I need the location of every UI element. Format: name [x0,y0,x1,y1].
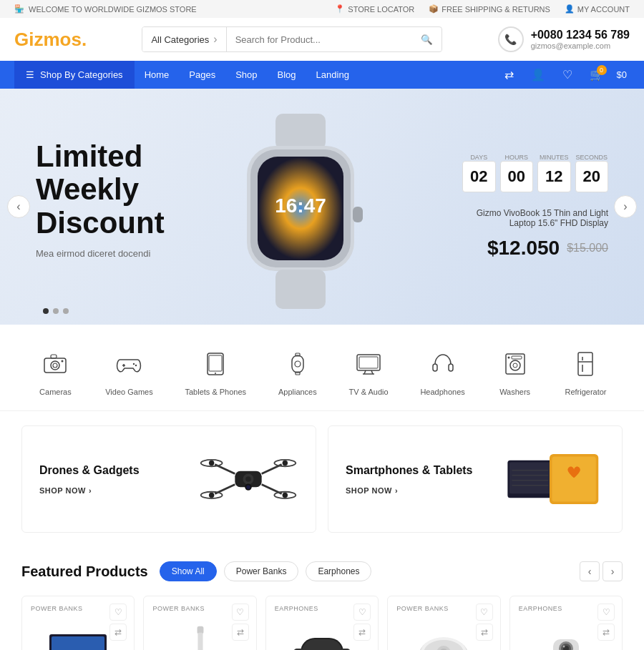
category-cameras[interactable]: Cameras [37,346,73,396]
header-search: All Categories 🔍 [142,26,442,52]
account-link[interactable]: 👤 MY ACCOUNT [565,4,630,14]
nav-blog[interactable]: Blog [268,61,306,89]
contact-email: gizmos@example.com [531,41,630,50]
hero-price-current: $12.050 [487,237,560,260]
banner-smartphones-link[interactable]: SHOP NOW [346,486,473,495]
product-card-3: EARPHONES ♡ ⇄ Retro Gaming Consol [265,596,379,650]
banner-drones: Drones & Gadgets SHOP NOW [21,425,316,533]
filter-power-banks[interactable]: Power Banks [224,561,299,581]
countdown-minutes: MINUTES 12 [537,154,570,192]
washers-label: Washers [499,388,530,396]
cart-icon[interactable]: 🛒 0 [582,62,611,87]
svg-point-19 [215,373,216,374]
nav-left: ☰ Shop By Categories Home Pages Shop Blo… [14,61,359,89]
nav-pages[interactable]: Pages [179,61,225,89]
products-grid: POWER BANKS ♡ ⇄ Smart TV Keyboard and Mo… [21,596,623,650]
hero-prev-button[interactable]: ‹ [7,195,30,218]
hero-dot-3[interactable] [63,308,69,314]
contact-phone: +0080 1234 56 789 [531,29,630,41]
nav-home[interactable]: Home [135,61,180,89]
category-appliances[interactable]: Appliances [278,346,317,396]
compare-btn-4[interactable]: ⇄ [476,624,493,641]
hero-info: DAYS 02 HOURS 00 MINUTES 12 SECONDS 20 G… [462,154,608,260]
product-actions-3: ♡ ⇄ [353,604,371,641]
svg-rect-64 [552,457,596,502]
hero-dots [43,308,69,314]
filter-earphones[interactable]: Earphones [306,561,371,581]
svg-point-9 [51,361,59,370]
product-card-5: EARPHONES ♡ ⇄ High Def [509,596,623,650]
shipping-link[interactable]: 📦 FREE SHIPPING & RETURNS [429,4,550,14]
countdown: DAYS 02 HOURS 00 MINUTES 12 SECONDS 20 [462,154,608,192]
compare-btn-3[interactable]: ⇄ [353,624,371,641]
user-icon[interactable]: 👤 [524,62,552,87]
svg-point-32 [510,360,520,370]
search-button[interactable]: 🔍 [412,29,441,51]
featured-filters: Show All Power Banks Earphones [160,561,568,581]
compare-btn-2[interactable]: ⇄ [232,624,249,641]
category-tv-audio[interactable]: TV & Audio [349,346,389,396]
store-locator-link[interactable]: 📍 STORE LOCATOR [335,4,414,14]
hero-dot-2[interactable] [53,308,59,314]
account-icon: 👤 [565,4,575,14]
menu-icon: ☰ [26,69,34,80]
wishlist-icon[interactable]: ♡ [555,62,580,87]
compare-icon[interactable]: ⇄ [497,62,521,87]
compare-btn-5[interactable]: ⇄ [597,624,615,641]
wishlist-btn-2[interactable]: ♡ [232,604,249,621]
headphones-icon [425,346,461,382]
washers-icon [497,346,533,382]
headphones-label: Headphones [420,388,464,396]
svg-rect-7 [275,270,326,309]
countdown-seconds: SECONDS 20 [575,154,608,192]
featured-prev-button[interactable]: ‹ [580,561,600,581]
svg-rect-0 [275,114,326,149]
location-icon: 📍 [335,4,345,14]
svg-rect-70 [197,633,203,650]
wishlist-btn-5[interactable]: ♡ [597,604,615,621]
videogames-label: Video Games [105,388,152,396]
nav-shop[interactable]: Shop [225,61,267,89]
contact-info: +0080 1234 56 789 gizmos@example.com [531,29,630,50]
featured-section: Featured Products Show All Power Banks E… [0,547,644,650]
category-video-games[interactable]: Video Games [105,346,152,396]
search-input[interactable] [227,29,413,51]
banner-smartphones-content: Smartphones & Tablets SHOP NOW [346,463,473,496]
wishlist-btn-3[interactable]: ♡ [353,604,371,621]
nav-links: Home Pages Shop Blog Landing [135,61,359,89]
featured-title: Featured Products [21,563,148,580]
svg-point-51 [209,461,214,466]
banner-drones-image [198,443,298,515]
refrigerator-icon [567,346,603,382]
filter-show-all[interactable]: Show All [160,561,217,581]
hero-dot-1[interactable] [43,308,49,314]
svg-point-42 [245,476,250,481]
svg-point-34 [507,357,509,359]
category-refrigerator[interactable]: Refrigerator [565,346,606,396]
search-category-dropdown[interactable]: All Categories [142,27,226,51]
nav-categories-button[interactable]: ☰ Shop By Categories [14,61,135,89]
cameras-icon [37,346,73,382]
svg-point-15 [133,363,135,365]
category-tablets-phones[interactable]: Tablets & Phones [185,346,246,396]
top-bar: 🏪 WELCOME TO WORLDWIDE GIZMOS STORE 📍 ST… [0,0,644,18]
wishlist-btn-1[interactable]: ♡ [109,604,127,621]
category-headphones[interactable]: Headphones [420,346,464,396]
svg-rect-20 [292,355,303,373]
nav-landing[interactable]: Landing [306,61,359,89]
appliances-icon [280,346,316,382]
compare-btn-1[interactable]: ⇄ [109,624,127,641]
logo[interactable]: Gizmos. [14,29,87,51]
hero-price-old: $15.000 [567,242,608,255]
wishlist-btn-4[interactable]: ♡ [476,604,493,621]
banner-section: Drones & Gadgets SHOP NOW [0,411,644,547]
nav-icons: ⇄ 👤 ♡ 🛒 0 $0 [497,62,630,87]
svg-rect-18 [209,355,222,371]
category-washers[interactable]: Washers [497,346,533,396]
svg-rect-6 [353,207,363,222]
featured-navigation: ‹ › [580,561,623,581]
banner-drones-link[interactable]: SHOP NOW [39,486,140,495]
featured-next-button[interactable]: › [602,561,623,581]
tv-label: TV & Audio [349,388,389,396]
hero-next-button[interactable]: › [614,195,637,218]
